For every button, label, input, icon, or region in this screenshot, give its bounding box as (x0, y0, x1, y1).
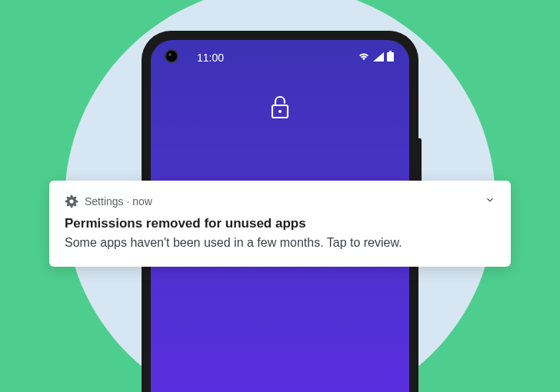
status-icons-group (358, 51, 394, 65)
svg-rect-0 (389, 51, 392, 52)
signal-icon (373, 51, 384, 65)
gear-icon (65, 194, 78, 208)
notification-card[interactable]: Settings · now Permissions removed for u… (49, 181, 511, 267)
battery-icon (387, 51, 394, 65)
chevron-down-icon[interactable] (485, 194, 495, 208)
notification-source: Settings · now (85, 195, 478, 208)
notification-separator: · (124, 195, 133, 208)
notification-header: Settings · now (65, 194, 495, 208)
svg-point-5 (69, 199, 73, 203)
svg-point-3 (278, 110, 282, 113)
notification-app-name: Settings (85, 195, 124, 208)
status-bar: 11:00 (151, 40, 409, 65)
wifi-icon (358, 51, 370, 65)
status-time: 11:00 (197, 51, 224, 64)
notification-body: Some apps haven't been used in a few mon… (65, 234, 495, 251)
svg-rect-1 (387, 52, 394, 61)
notification-timestamp: now (132, 195, 152, 208)
notification-title: Permissions removed for unused apps (65, 216, 495, 231)
camera-cutout (165, 49, 178, 63)
lock-icon (151, 95, 409, 120)
